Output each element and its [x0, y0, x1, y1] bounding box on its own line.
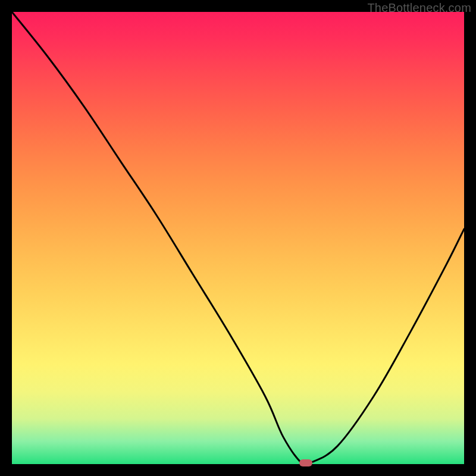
optimum-marker	[299, 459, 312, 466]
bottleneck-curve	[12, 12, 464, 464]
chart-frame: TheBottleneck.com	[0, 0, 476, 476]
watermark-text: TheBottleneck.com	[367, 1, 471, 15]
curve-path	[12, 12, 464, 466]
